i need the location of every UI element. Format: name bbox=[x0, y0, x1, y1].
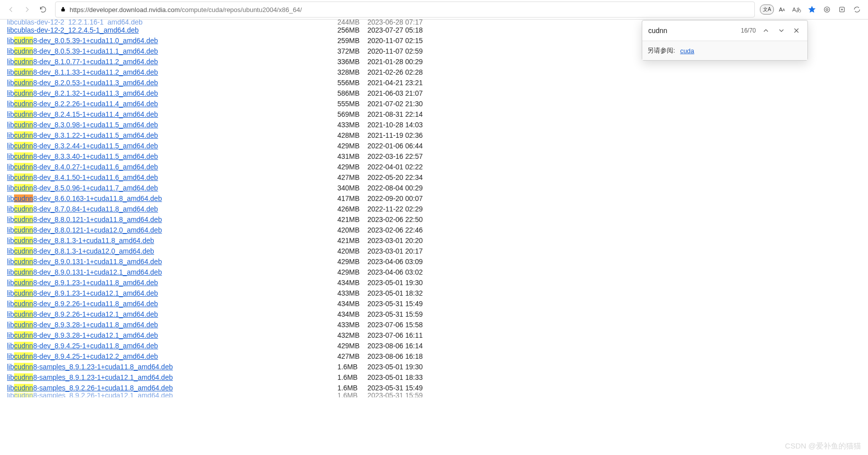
file-date: 2022-01-06 06:44 bbox=[367, 142, 448, 150]
file-date: 2023-07-06 16:11 bbox=[367, 331, 448, 339]
file-link[interactable]: libcudnn8-dev_8.9.4.25-1+cuda12.2_amd64.… bbox=[7, 352, 158, 360]
file-size: 1.6MB bbox=[337, 384, 367, 392]
file-link[interactable]: libcudnn8-samples_8.9.1.23-1+cuda11.8_am… bbox=[7, 363, 173, 371]
file-link[interactable]: libcudnn8-dev_8.0.5.39-1+cuda11.0_amd64.… bbox=[7, 37, 158, 45]
file-size: 1.6MB bbox=[337, 363, 367, 371]
file-link[interactable]: libcudnn8-dev_8.8.1.3-1+cuda11.8_amd64.d… bbox=[7, 237, 154, 245]
collections-button[interactable] bbox=[835, 3, 849, 17]
file-link[interactable]: libcudnn8-samples_8.9.1.23-1+cuda12.1_am… bbox=[7, 373, 173, 381]
file-link[interactable]: libcudnn8-dev_8.9.3.28-1+cuda12.1_amd64.… bbox=[7, 331, 158, 339]
file-size: 428MB bbox=[337, 131, 367, 139]
file-date: 2023-07-27 05:18 bbox=[367, 26, 448, 34]
file-date: 2023-02-06 22:50 bbox=[367, 215, 448, 223]
back-button[interactable] bbox=[4, 3, 18, 17]
file-size: 429MB bbox=[337, 258, 367, 266]
file-size: 429MB bbox=[337, 163, 367, 171]
file-link[interactable]: libcudnn8-dev_8.8.0.121-1+cuda11.8_amd64… bbox=[7, 215, 162, 223]
table-row: libcudnn8-samples_8.9.2.26-1+cuda12.1_am… bbox=[7, 393, 868, 397]
file-size: 429MB bbox=[337, 342, 367, 350]
lock-icon bbox=[60, 6, 67, 14]
file-date: 2023-02-06 22:46 bbox=[367, 226, 448, 234]
file-date: 2023-05-31 15:49 bbox=[367, 384, 448, 392]
file-link[interactable]: libcudnn8-dev_8.1.0.77-1+cuda11.2_amd64.… bbox=[7, 58, 158, 66]
file-link[interactable]: libcudnn8-dev_8.3.0.98-1+cuda11.5_amd64.… bbox=[7, 121, 158, 129]
file-link[interactable]: libcudnn8-dev_8.9.3.28-1+cuda11.8_amd64.… bbox=[7, 321, 158, 329]
file-link[interactable]: libcudnn8-dev_8.9.1.23-1+cuda11.8_amd64.… bbox=[7, 279, 158, 287]
file-size: 429MB bbox=[337, 142, 367, 150]
table-row: libcudnn8-dev_8.9.3.28-1+cuda12.1_amd64.… bbox=[7, 330, 868, 340]
file-date: 2023-05-01 18:33 bbox=[367, 373, 448, 381]
file-link[interactable]: libcudnn8-dev_8.9.4.25-1+cuda11.8_amd64.… bbox=[7, 342, 158, 350]
translate-icon[interactable]: 文A bbox=[760, 3, 774, 17]
table-row: libcudnn8-dev_8.2.0.53-1+cuda11.3_amd64.… bbox=[7, 77, 868, 88]
table-row: libcudnn8-dev_8.4.1.50-1+cuda11.6_amd64.… bbox=[7, 172, 868, 182]
file-link[interactable]: libcudnn8-dev_8.7.0.84-1+cuda11.8_amd64.… bbox=[7, 205, 158, 213]
file-link[interactable]: libcudnn8-dev_8.5.0.96-1+cuda11.7_amd64.… bbox=[7, 184, 158, 192]
file-link[interactable]: libcudnn8-dev_8.4.1.50-1+cuda11.6_amd64.… bbox=[7, 173, 158, 181]
file-link[interactable]: libcudnn8-dev_8.9.1.23-1+cuda12.1_amd64.… bbox=[7, 289, 158, 297]
refresh-button[interactable] bbox=[36, 3, 50, 17]
table-row: libcudnn8-dev_8.9.3.28-1+cuda11.8_amd64.… bbox=[7, 319, 868, 330]
file-link[interactable]: libcudnn8-dev_8.2.4.15-1+cuda11.4_amd64.… bbox=[7, 110, 158, 118]
file-size: 340MB bbox=[337, 184, 367, 192]
text-size-icon[interactable]: AA bbox=[775, 3, 789, 17]
file-date: 2023-05-01 19:30 bbox=[367, 279, 448, 287]
file-date: 2023-07-06 15:58 bbox=[367, 321, 448, 329]
file-date: 2021-11-19 02:36 bbox=[367, 131, 448, 139]
file-size: 586MB bbox=[337, 89, 367, 97]
sync-button[interactable] bbox=[850, 3, 864, 17]
file-link[interactable]: libcudnn8-dev_8.0.5.39-1+cuda11.1_amd64.… bbox=[7, 47, 158, 55]
table-row: libcudnn8-dev_8.9.0.131-1+cuda11.8_amd64… bbox=[7, 256, 868, 267]
file-link[interactable]: libcudnn8-dev_8.8.1.3-1+cuda12.0_amd64.d… bbox=[7, 247, 154, 255]
table-row: libcudnn8-dev_8.9.4.25-1+cuda11.8_amd64.… bbox=[7, 340, 868, 351]
file-size: 429MB bbox=[337, 268, 367, 276]
file-link[interactable]: libcudnn8-dev_8.9.0.131-1+cuda11.8_amd64… bbox=[7, 258, 162, 266]
file-link[interactable]: libcublas-dev-12-2_12.2.1.16-1_amd64.deb bbox=[7, 20, 143, 25]
file-date: 2021-06-03 21:07 bbox=[367, 89, 448, 97]
reading-mode-icon[interactable]: Aあ bbox=[790, 3, 804, 17]
file-size: 433MB bbox=[337, 121, 367, 129]
file-link[interactable]: libcudnn8-dev_8.9.2.26-1+cuda12.1_amd64.… bbox=[7, 310, 158, 318]
file-size: 244MB bbox=[337, 20, 367, 25]
file-link[interactable]: libcublas-dev-12-2_12.2.4.5-1_amd64.deb bbox=[7, 26, 139, 34]
file-link[interactable]: libcudnn8-samples_8.9.2.26-1+cuda12.1_am… bbox=[7, 393, 173, 397]
file-link[interactable]: libcudnn8-dev_8.8.0.121-1+cuda12.0_amd64… bbox=[7, 226, 162, 234]
file-size: 427MB bbox=[337, 173, 367, 181]
table-row: libcudnn8-dev_8.2.1.32-1+cuda11.3_amd64.… bbox=[7, 88, 868, 98]
file-link[interactable]: libcudnn8-dev_8.6.0.163-1+cuda11.8_amd64… bbox=[7, 194, 162, 202]
favorite-button[interactable] bbox=[805, 3, 819, 17]
address-bar[interactable]: https://developer.download.nvidia.com/co… bbox=[55, 2, 755, 18]
file-link[interactable]: libcudnn8-dev_8.2.2.26-1+cuda11.4_amd64.… bbox=[7, 100, 158, 108]
file-link[interactable]: libcudnn8-dev_8.1.1.33-1+cuda11.2_amd64.… bbox=[7, 68, 158, 76]
file-link[interactable]: libcudnn8-dev_8.3.2.44-1+cuda11.5_amd64.… bbox=[7, 142, 158, 150]
file-size: 556MB bbox=[337, 79, 367, 87]
file-link[interactable]: libcudnn8-dev_8.2.1.32-1+cuda11.3_amd64.… bbox=[7, 89, 158, 97]
table-row: libcudnn8-dev_8.3.0.98-1+cuda11.5_amd64.… bbox=[7, 119, 868, 130]
table-row: libcudnn8-dev_8.7.0.84-1+cuda11.8_amd64.… bbox=[7, 203, 868, 214]
file-link[interactable]: libcudnn8-dev_8.4.0.27-1+cuda11.6_amd64.… bbox=[7, 163, 158, 171]
find-prev-button[interactable] bbox=[760, 24, 771, 38]
file-link[interactable]: libcudnn8-dev_8.9.0.131-1+cuda12.1_amd64… bbox=[7, 268, 162, 276]
table-row: libcudnn8-dev_8.8.0.121-1+cuda11.8_amd64… bbox=[7, 214, 868, 224]
file-link[interactable]: libcudnn8-dev_8.3.3.40-1+cuda11.5_amd64.… bbox=[7, 152, 158, 160]
file-size: 420MB bbox=[337, 247, 367, 255]
table-row: libcudnn8-samples_8.9.2.26-1+cuda11.8_am… bbox=[7, 382, 868, 393]
file-date: 2022-09-20 00:07 bbox=[367, 194, 448, 202]
file-link[interactable]: libcudnn8-dev_8.3.1.22-1+cuda11.5_amd64.… bbox=[7, 131, 158, 139]
find-suggestion-link[interactable]: cuda bbox=[680, 47, 694, 55]
find-input[interactable] bbox=[647, 26, 737, 35]
forward-button[interactable] bbox=[20, 3, 34, 17]
extensions-button[interactable] bbox=[820, 3, 834, 17]
file-date: 2023-08-06 16:18 bbox=[367, 352, 448, 360]
file-link[interactable]: libcudnn8-dev_8.2.0.53-1+cuda11.3_amd64.… bbox=[7, 79, 158, 87]
file-link[interactable]: libcudnn8-dev_8.9.2.26-1+cuda11.8_amd64.… bbox=[7, 300, 158, 308]
file-date: 2022-11-22 02:29 bbox=[367, 205, 448, 213]
file-size: 434MB bbox=[337, 310, 367, 318]
table-row: libcudnn8-dev_8.3.3.40-1+cuda11.5_amd64.… bbox=[7, 151, 868, 161]
file-size: 569MB bbox=[337, 110, 367, 118]
file-link[interactable]: libcudnn8-samples_8.9.2.26-1+cuda11.8_am… bbox=[7, 384, 173, 392]
file-date: 2020-11-07 02:59 bbox=[367, 47, 448, 55]
find-next-button[interactable] bbox=[775, 24, 787, 38]
file-date: 2023-05-01 18:32 bbox=[367, 289, 448, 297]
find-close-button[interactable] bbox=[791, 24, 802, 38]
